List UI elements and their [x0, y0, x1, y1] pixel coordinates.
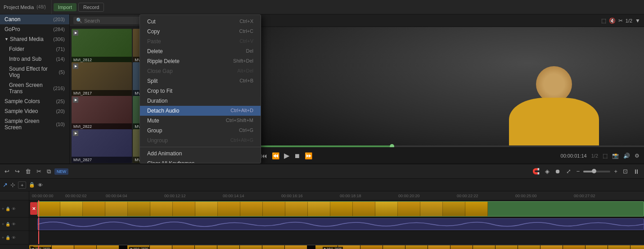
timeline-body: + 🔒 👁 + 🔒 👁 + 🔒 👁	[0, 191, 644, 249]
preview-tb-btn4[interactable]: ▼	[635, 18, 640, 24]
tl-speed[interactable]: NEW	[54, 168, 68, 175]
sidebar-item-green-screen[interactable]: Green Screen Trans (216)	[0, 80, 69, 96]
track1-content: ✕	[29, 200, 644, 217]
tl-marker[interactable]: ◈	[543, 167, 551, 176]
media-thumb-2817[interactable]: ▶ MVI_2817	[72, 62, 132, 96]
track3-icon-lock[interactable]: 🔒	[5, 235, 10, 240]
tl-fit[interactable]: ⊡	[621, 167, 630, 176]
track3-icon-add[interactable]: +	[2, 235, 4, 240]
tl-motion[interactable]: ⤢	[564, 167, 573, 176]
timeline-toolbar: ↩ ↪ 🗑 ✂ ⧉ NEW 🧲 ◈ ⏺ ⤢ − + ⊡ ⏸	[0, 164, 644, 179]
tl-zoom-slider[interactable]	[583, 171, 610, 172]
ctx-clear-keyframes[interactable]: Clear All Keyframes	[140, 158, 261, 163]
timeline-ruler[interactable]: 00:00:00:00 00:00:02:02 00:00:04:04 00:0…	[29, 191, 644, 200]
ctx-mute[interactable]: MuteCtrl+Shift+M	[140, 116, 261, 126]
record-button[interactable]: Record	[78, 3, 104, 12]
sidebar-item-canon[interactable]: Canon (203)	[0, 14, 69, 24]
tl-tool-eye[interactable]: 👁	[38, 182, 43, 188]
ctx-paste[interactable]: PasteCtrl+V	[140, 36, 261, 46]
media-thumb-2827[interactable]: ▶ MVI_2827	[72, 129, 132, 163]
track2-icon-eye[interactable]: 👁	[12, 222, 16, 226]
ctx-add-animation[interactable]: Add Animation	[140, 149, 261, 158]
timeline-tools-bar: ↗ ⊹ + 🔒 👁	[0, 179, 644, 191]
preview-fraction: 1/2	[626, 18, 632, 23]
tl-tool-pointer[interactable]: ↗	[3, 181, 8, 188]
track3-icon-eye[interactable]: 👁	[12, 235, 16, 240]
preview-tb-btn3[interactable]: ✂	[618, 18, 623, 24]
ctx-cut[interactable]: CutCtrl+X	[140, 17, 261, 27]
track2-icon-add[interactable]: +	[2, 222, 4, 226]
media-thumb-2812[interactable]: ▶ MVI_2812	[72, 29, 132, 63]
preview-play[interactable]: ▶	[284, 151, 289, 160]
preview-skip-back[interactable]: ⏮	[261, 152, 267, 159]
ctx-close-gap[interactable]: Close GapAlt+Del	[140, 66, 261, 76]
tl-tool-lock[interactable]: 🔒	[29, 182, 35, 188]
preview-secondary-toolbar: ⬚ 🔇 ✂ 1/2 ▼	[257, 14, 644, 27]
preview-progress-bar[interactable]	[257, 145, 644, 147]
tl-magnet[interactable]: 🧲	[531, 167, 541, 176]
ctx-duration[interactable]: Duration	[140, 96, 261, 106]
clip-1[interactable]	[37, 201, 644, 217]
sidebar-item-sample-video[interactable]: Sample Video (20)	[0, 106, 69, 116]
filmstrip-gap-1	[119, 245, 127, 249]
track2-icon-lock[interactable]: 🔒	[5, 222, 10, 226]
preview-controls-bar: ⏮ ⏪ ▶ ⏹ ⏩ 00:00:01:14 1/2 ⬚ 📸 🔊 ⚙	[257, 147, 644, 163]
main-area: Canon (203) GoPro (284) ▼ Shared Media (…	[0, 14, 644, 163]
ctx-ungroup[interactable]: UngroupCtrl+Alt+G	[140, 136, 261, 145]
waveform-svg	[38, 219, 644, 230]
tl-tool-select[interactable]: ⊹	[10, 181, 15, 188]
ctx-detach-audio[interactable]: Detach AudioCtrl+Alt+D	[140, 106, 261, 116]
sidebar-item-sample-colors[interactable]: Sample Colors (25)	[0, 96, 69, 106]
tl-pause[interactable]: ⏸	[631, 167, 641, 176]
preview-vol-btn[interactable]: 🔊	[623, 153, 630, 159]
tl-redo[interactable]: ↪	[13, 167, 22, 176]
left-sidebar: Canon (203) GoPro (284) ▼ Shared Media (…	[0, 14, 70, 163]
preview-forward[interactable]: ⏩	[305, 152, 312, 159]
track1-icon-eye[interactable]: 👁	[12, 207, 16, 211]
sidebar-item-sample-green[interactable]: Sample Green Screen (10)	[0, 116, 69, 132]
tl-zoom-out[interactable]: −	[575, 167, 582, 176]
app-root: Project Media (48/) Import Record Canon …	[0, 0, 644, 249]
preview-aspect-btn[interactable]: ⬚	[603, 153, 608, 159]
preview-tb-btn2[interactable]: 🔇	[609, 18, 616, 24]
tl-tool-add-media[interactable]: +	[18, 181, 26, 189]
preview-rewind[interactable]: ⏪	[272, 152, 279, 159]
ctx-split[interactable]: SplitCtrl+B	[140, 76, 261, 86]
ctx-crop-to-fit[interactable]: Crop to Fit	[140, 86, 261, 96]
media-thumb-2822[interactable]: ▶ MVI_2822	[72, 96, 132, 130]
filmstrip-gap-2	[307, 245, 315, 249]
filmstrip-segment-2	[127, 245, 307, 249]
project-media-count: (48/)	[36, 5, 46, 9]
filmstrip-segment-3	[315, 245, 644, 249]
track2-content	[29, 217, 644, 231]
sidebar-item-gopro[interactable]: GoPro (284)	[0, 24, 69, 34]
tl-copy[interactable]: ⧉	[45, 167, 53, 176]
tl-zoom-in[interactable]: +	[612, 167, 619, 176]
tl-undo[interactable]: ↩	[3, 167, 11, 176]
sidebar-item-shared[interactable]: ▼ Shared Media (306)	[0, 34, 69, 44]
sidebar-item-folder[interactable]: Folder (71)	[0, 44, 69, 54]
audio-clip-1[interactable]	[37, 218, 644, 230]
preview-snap-btn[interactable]: 📸	[612, 153, 619, 159]
playhead-line-track1	[38, 200, 39, 217]
preview-fraction-display: 1/2	[591, 153, 598, 158]
preview-stop[interactable]: ⏹	[294, 152, 300, 159]
ctx-ripple-delete[interactable]: Ripple DeleteShift+Del	[140, 56, 261, 66]
playhead-line-track2	[38, 217, 39, 231]
preview-tb-btn1[interactable]: ⬚	[601, 18, 606, 24]
ctx-copy[interactable]: CopyCtrl+C	[140, 27, 261, 36]
ctx-delete[interactable]: DeleteDel	[140, 46, 261, 56]
ctx-group[interactable]: GroupCtrl+G	[140, 126, 261, 136]
ctx-sep1	[140, 147, 261, 147]
tl-record-tl[interactable]: ⏺	[553, 167, 563, 176]
sidebar-item-intro[interactable]: Intro and Sub (14)	[0, 54, 69, 64]
preview-settings-btn[interactable]: ⚙	[635, 153, 639, 159]
track1-icon-add[interactable]: +	[2, 207, 4, 211]
preview-video-area	[257, 27, 644, 147]
track1-icon-lock[interactable]: 🔒	[5, 207, 10, 211]
tl-delete[interactable]: 🗑	[23, 167, 33, 176]
tl-cut[interactable]: ✂	[35, 167, 43, 176]
sidebar-item-sound[interactable]: Sound Effect for Vlog (5)	[0, 64, 69, 80]
timeline-area: ↩ ↪ 🗑 ✂ ⧉ NEW 🧲 ◈ ⏺ ⤢ − + ⊡ ⏸ ↗ ⊹ +	[0, 163, 644, 249]
import-button[interactable]: Import	[54, 3, 77, 11]
